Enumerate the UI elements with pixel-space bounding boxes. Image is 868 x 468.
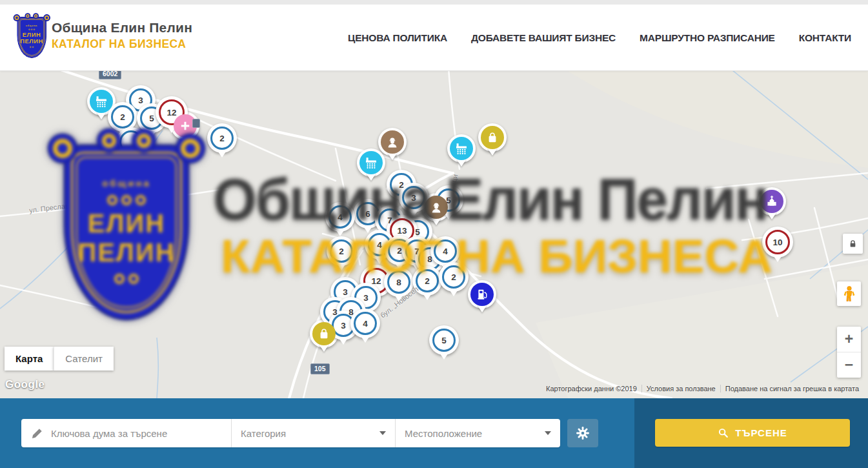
zoom-control: + − [837, 327, 861, 378]
nav-pricing-policy[interactable]: ЦЕНОВА ПОЛИТИКА [348, 32, 447, 44]
map-view-button[interactable]: Карта [5, 347, 54, 371]
google-map[interactable]: цибул. „Новоселул. Преслав10560023251222… [0, 71, 868, 398]
zoom-out-button[interactable]: − [837, 352, 861, 378]
map-cluster-marker[interactable]: 2 [327, 236, 356, 266]
site-subtitle: КАТАЛОГ НА БИЗНЕСА [52, 37, 192, 51]
road-number-badge [192, 119, 200, 128]
worker-icon [425, 196, 448, 219]
search-icon [718, 427, 729, 438]
crest-name-line1: ЕЛИН [23, 31, 41, 38]
map-cluster-marker[interactable]: 2 [439, 262, 469, 292]
crest-emblem: община ЕЛИН ПЕЛИН [14, 15, 50, 60]
factory-icon [90, 90, 113, 113]
street-name-label: ци [450, 173, 459, 183]
search-bar: Категория Местоположение [21, 419, 560, 447]
map-cluster-marker[interactable]: 4 [325, 202, 355, 232]
nav-contacts[interactable]: КОНТАКТИ [799, 32, 851, 44]
marker-layer: цибул. „Новоселул. Преслав10560023251222… [0, 71, 868, 398]
map-pin-fuel[interactable] [468, 280, 496, 309]
keyword-field [21, 419, 231, 447]
municipality-logo[interactable]: община ЕЛИН ПЕЛИН [14, 15, 49, 61]
map-pin-factory[interactable] [357, 148, 385, 177]
map-cluster-marker[interactable]: 5 [429, 325, 459, 355]
bag-icon [481, 126, 504, 149]
map-cluster-marker[interactable]: 2 [207, 123, 237, 153]
street-view-pegman[interactable] [837, 281, 861, 306]
attribution-copyright: Картографски данни ©2019 [541, 385, 641, 392]
google-logo[interactable]: Google [5, 378, 45, 391]
search-panel: Категория Местоположение ТЪРСЕНЕ [0, 398, 868, 468]
report-error-link[interactable]: Подаване на сигнал за грешка в картата [720, 385, 863, 392]
search-button[interactable]: ТЪРСЕНЕ [655, 419, 850, 447]
crest-curl [26, 14, 29, 17]
map-cluster-marker[interactable]: 4 [430, 236, 460, 266]
pegman-icon [842, 285, 856, 302]
crest-name-line2: ПЕЛИН [20, 38, 43, 45]
chevron-down-icon [379, 431, 386, 435]
search-button-label: ТЪРСЕНЕ [735, 427, 787, 438]
lock-control[interactable] [843, 234, 863, 254]
map-pin-factory[interactable] [447, 134, 476, 163]
header: община ЕЛИН ПЕЛИН Община Елин Пелин КАТА… [0, 5, 868, 71]
crest-curl [14, 15, 19, 20]
business-catalog-page: община ЕЛИН ПЕЛИН Община Елин Пелин КАТА… [0, 0, 868, 468]
map-attribution: Картографски данни ©2019 Условия за полз… [541, 385, 863, 392]
zoom-in-button[interactable]: + [837, 327, 861, 352]
bag-icon [312, 322, 336, 345]
site-title: Община Елин Пелин [52, 20, 192, 36]
factory-icon [359, 151, 383, 174]
category-placeholder: Категория [241, 428, 286, 439]
church-icon [760, 190, 783, 213]
main-nav: ЦЕНОВА ПОЛИТИКА ДОБАВЕТЕ ВАШИЯТ БИЗНЕС М… [348, 5, 851, 71]
map-cluster-marker[interactable]: 10 [762, 227, 793, 258]
location-placeholder: Местоположение [405, 428, 482, 439]
gear-icon [576, 426, 590, 440]
fuel-icon [470, 283, 494, 306]
crest-shield: община ЕЛИН ПЕЛИН [17, 17, 46, 58]
pencil-icon [31, 427, 43, 440]
worker-icon [381, 130, 404, 154]
crest-curl [45, 15, 49, 20]
street-name-label: ул. Преслав [28, 201, 69, 214]
map-cluster-marker[interactable] [116, 127, 146, 157]
crest-ornament [30, 46, 34, 48]
lock-icon [848, 239, 858, 249]
nav-add-business[interactable]: ДОБАВЕТЕ ВАШИЯТ БИЗНЕС [471, 32, 616, 44]
site-brand[interactable]: Община Елин Пелин КАТАЛОГ НА БИЗНЕСА [52, 20, 192, 51]
map-pin-church[interactable] [758, 187, 786, 216]
category-select[interactable]: Категория [231, 419, 395, 447]
chevron-down-icon [545, 431, 551, 435]
terms-link[interactable]: Условия за ползване [641, 385, 720, 392]
advanced-search-button[interactable] [567, 419, 598, 447]
road-number-badge: 6002 [99, 71, 121, 79]
satellite-view-button[interactable]: Сателит [54, 347, 114, 371]
crest-curl [34, 14, 37, 17]
location-select[interactable]: Местоположение [395, 419, 560, 447]
crest-ornament [28, 28, 35, 30]
map-pin-bag[interactable] [478, 123, 507, 152]
map-type-control: Карта Сателит [5, 347, 114, 371]
road-number-badge: 105 [310, 363, 330, 374]
keyword-input[interactable] [51, 428, 231, 439]
nav-route-schedule[interactable]: МАРШРУТНО РАЗПИСАНИЕ [640, 32, 775, 44]
crest-org-text: община [26, 25, 37, 27]
factory-icon [450, 137, 473, 160]
map-cluster-marker[interactable]: 4 [350, 309, 380, 338]
map-pin-worker[interactable] [378, 128, 407, 156]
